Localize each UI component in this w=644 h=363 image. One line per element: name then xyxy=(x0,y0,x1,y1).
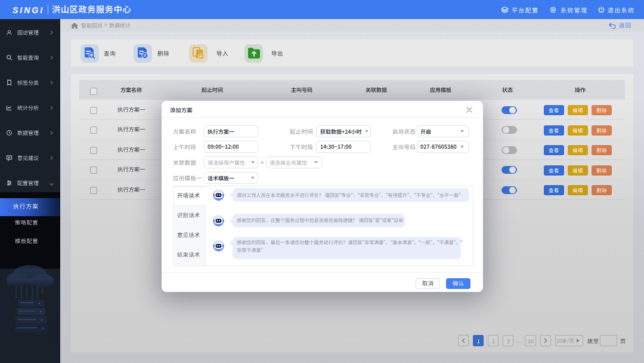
svg-text:SINGI: SINGI xyxy=(13,5,44,15)
